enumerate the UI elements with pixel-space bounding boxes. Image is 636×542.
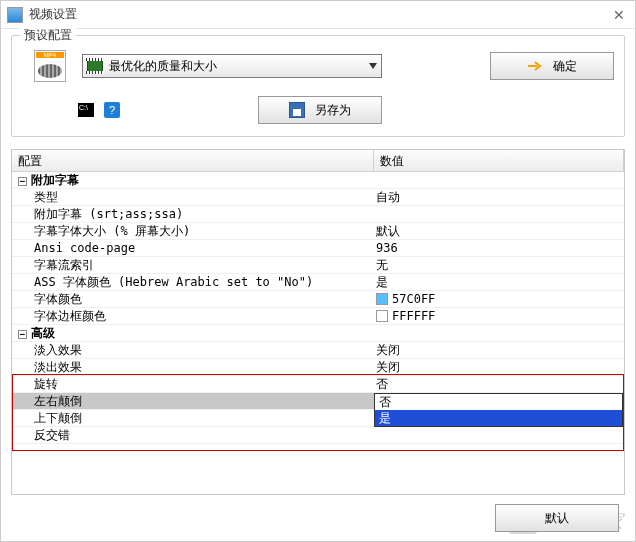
property-grid: 配置 数值 −附加字幕类型自动附加字幕 (srt;ass;ssa)字幕字体大小 … bbox=[11, 149, 625, 495]
property-row[interactable]: 附加字幕 (srt;ass;ssa) bbox=[12, 206, 624, 223]
app-icon bbox=[7, 7, 23, 23]
property-label: 字幕流索引 bbox=[12, 257, 374, 274]
property-value[interactable]: 无 bbox=[374, 257, 624, 274]
value-text: 自动 bbox=[376, 189, 400, 206]
property-row[interactable]: 淡出效果关闭 bbox=[12, 359, 624, 376]
default-label: 默认 bbox=[545, 510, 569, 527]
value-text: 关闭 bbox=[376, 342, 400, 359]
property-label: 字幕字体大小 (% 屏幕大小) bbox=[12, 223, 374, 240]
value-text: 是 bbox=[376, 274, 388, 291]
dropdown-option[interactable]: 否 bbox=[375, 394, 622, 410]
property-label: 字体边框颜色 bbox=[12, 308, 374, 325]
value-text: 默认 bbox=[376, 223, 400, 240]
value-text: 无 bbox=[376, 257, 388, 274]
chevron-down-icon bbox=[369, 63, 377, 69]
mp4-format-icon bbox=[34, 50, 66, 82]
grid-body[interactable]: −附加字幕类型自动附加字幕 (srt;ass;ssa)字幕字体大小 (% 屏幕大… bbox=[12, 172, 624, 494]
property-label: Ansi code-page bbox=[12, 241, 374, 255]
property-row[interactable]: 反交错 bbox=[12, 427, 624, 444]
help-icon[interactable]: ? bbox=[104, 102, 120, 118]
property-row[interactable]: 字体颜色57C0FF bbox=[12, 291, 624, 308]
title-bar: 视频设置 ✕ bbox=[1, 1, 635, 29]
property-label: ASS 字体颜色 (Hebrew Arabic set to "No") bbox=[12, 274, 374, 291]
property-label: 淡入效果 bbox=[12, 342, 374, 359]
value-text: 936 bbox=[376, 241, 398, 255]
property-value[interactable]: 否 bbox=[374, 376, 624, 393]
video-settings-window: 视频设置 ✕ 预设配置 最优化的质量和大小 确定 ? 另存为 bbox=[0, 0, 636, 542]
property-label: 附加字幕 (srt;ass;ssa) bbox=[12, 206, 374, 223]
preset-dropdown[interactable]: 最优化的质量和大小 bbox=[82, 54, 382, 78]
property-label: 淡出效果 bbox=[12, 359, 374, 376]
group-row[interactable]: −附加字幕 bbox=[12, 172, 624, 189]
saveas-label: 另存为 bbox=[315, 102, 351, 119]
close-button[interactable]: ✕ bbox=[609, 5, 629, 25]
cmd-icon[interactable] bbox=[78, 103, 94, 117]
property-value[interactable]: 57C0FF bbox=[374, 292, 624, 306]
dropdown-list[interactable]: 否是 bbox=[374, 393, 623, 427]
floppy-icon bbox=[289, 102, 305, 118]
property-label: 左右颠倒 bbox=[12, 393, 374, 410]
property-value[interactable]: 自动 bbox=[374, 189, 624, 206]
property-value[interactable]: 关闭 bbox=[374, 359, 624, 376]
property-value[interactable]: 936 bbox=[374, 241, 624, 255]
header-property: 配置 bbox=[12, 150, 374, 171]
preset-legend: 预设配置 bbox=[20, 27, 76, 44]
preset-selected-label: 最优化的质量和大小 bbox=[109, 58, 369, 75]
color-swatch bbox=[376, 310, 388, 322]
property-value[interactable]: 是 bbox=[374, 274, 624, 291]
property-row[interactable]: ASS 字体颜色 (Hebrew Arabic set to "No")是 bbox=[12, 274, 624, 291]
property-row[interactable]: 字幕字体大小 (% 屏幕大小)默认 bbox=[12, 223, 624, 240]
property-label: 反交错 bbox=[12, 427, 374, 444]
property-label: 类型 bbox=[12, 189, 374, 206]
color-swatch bbox=[376, 293, 388, 305]
window-title: 视频设置 bbox=[29, 6, 609, 23]
value-text: 否 bbox=[376, 376, 388, 393]
film-icon bbox=[87, 59, 103, 73]
property-row[interactable]: 淡入效果关闭 bbox=[12, 342, 624, 359]
arrow-right-icon bbox=[527, 60, 543, 72]
property-row[interactable]: 类型自动 bbox=[12, 189, 624, 206]
property-value[interactable]: FFFFFF bbox=[374, 309, 624, 323]
footer: 系统之家 默认 bbox=[1, 495, 635, 541]
value-text: FFFFFF bbox=[392, 309, 435, 323]
property-value[interactable]: 关闭 bbox=[374, 342, 624, 359]
collapse-icon[interactable]: − bbox=[18, 330, 27, 339]
default-button[interactable]: 默认 bbox=[495, 504, 619, 532]
property-row[interactable]: 字体边框颜色FFFFFF bbox=[12, 308, 624, 325]
value-text: 关闭 bbox=[376, 359, 400, 376]
property-row[interactable]: Ansi code-page936 bbox=[12, 240, 624, 257]
property-row[interactable]: 字幕流索引无 bbox=[12, 257, 624, 274]
collapse-icon[interactable]: − bbox=[18, 177, 27, 186]
property-row[interactable]: 旋转否 bbox=[12, 376, 624, 393]
dropdown-option[interactable]: 是 bbox=[375, 410, 622, 426]
property-label: 旋转 bbox=[12, 376, 374, 393]
property-value[interactable]: 默认 bbox=[374, 223, 624, 240]
save-as-button[interactable]: 另存为 bbox=[258, 96, 382, 124]
value-text: 57C0FF bbox=[392, 292, 435, 306]
ok-button[interactable]: 确定 bbox=[490, 52, 614, 80]
property-label: 字体颜色 bbox=[12, 291, 374, 308]
group-row[interactable]: −高级 bbox=[12, 325, 624, 342]
preset-group: 预设配置 最优化的质量和大小 确定 ? 另存为 bbox=[11, 35, 625, 137]
property-label: 上下颠倒 bbox=[12, 410, 374, 427]
header-value: 数值 bbox=[374, 150, 624, 171]
ok-label: 确定 bbox=[553, 58, 577, 75]
grid-header: 配置 数值 bbox=[12, 150, 624, 172]
